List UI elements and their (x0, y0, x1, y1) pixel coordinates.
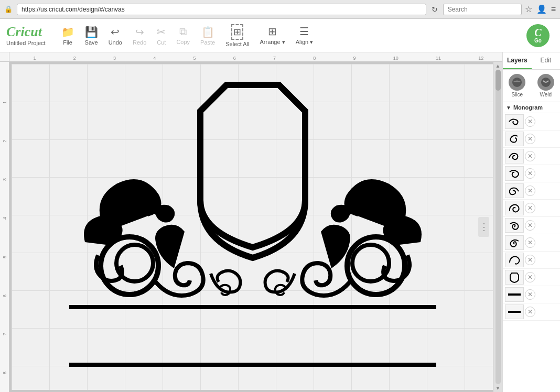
ruler-mark: 7 (273, 56, 276, 61)
refresh-icon[interactable]: ↻ (432, 5, 438, 14)
go-label: Go (534, 38, 542, 43)
copy-button[interactable]: ⧉ Copy (171, 24, 195, 47)
list-item[interactable]: ✕ (503, 303, 560, 321)
scrollbar-track[interactable] (496, 70, 501, 384)
ruler-left-mark: 4 (2, 216, 7, 220)
panel-handle[interactable]: ⋮ (478, 217, 489, 237)
ruler-left: 1 2 3 4 5 6 7 8 (0, 62, 9, 392)
ruler-left-mark: 6 (2, 294, 7, 297)
monogram-header[interactable]: ▼ Monogram (503, 102, 560, 113)
svg-rect-9 (508, 311, 521, 313)
redo-label: Redo (133, 39, 146, 46)
canvas-white-area[interactable]: ⋮ (12, 64, 493, 390)
panel-tools: Slice Weld (503, 70, 560, 102)
browser-bar: 🔒 ↻ ☆ 👤 ≡ (0, 0, 560, 19)
layer-close-button[interactable]: ✕ (525, 289, 535, 300)
select-all-button[interactable]: ⊞ Select All (220, 22, 254, 49)
layer-close-button[interactable]: ✕ (525, 237, 535, 248)
save-icon: 💾 (85, 26, 98, 38)
select-all-label: Select All (225, 41, 249, 47)
layer-thumbnail (505, 132, 524, 146)
design-svg[interactable] (38, 69, 468, 392)
paste-button[interactable]: 📋 Paste (195, 24, 220, 48)
layer-close-button[interactable]: ✕ (525, 307, 535, 317)
cricut-logo: Cricut Untitled Project (6, 25, 46, 46)
layer-close-button[interactable]: ✕ (525, 168, 535, 179)
cut-button[interactable]: ✂ Cut (152, 24, 171, 48)
tab-edit[interactable]: Edit (532, 52, 561, 69)
layer-close-button[interactable]: ✕ (525, 220, 535, 231)
file-button[interactable]: 📁 File (56, 24, 80, 48)
browser-icons: ☆ 👤 ≡ (525, 4, 556, 14)
align-button[interactable]: ☰ Align ▾ (290, 23, 319, 48)
monogram-arrow-icon: ▼ (506, 105, 511, 111)
cricut-logo-text: Cricut (6, 25, 42, 39)
go-button[interactable]: C Go (526, 24, 550, 47)
ruler-left-mark: 2 (2, 139, 7, 143)
ruler-left-mark: 5 (2, 255, 7, 258)
list-item[interactable]: ✕ (503, 217, 560, 234)
list-item[interactable]: ✕ (503, 252, 560, 269)
ruler-left-mark: 8 (2, 371, 7, 374)
slice-button[interactable]: Slice (503, 72, 532, 100)
arrange-button[interactable]: ⊞ Arrange ▾ (254, 23, 290, 48)
ruler-left-mark: 1 (2, 101, 7, 104)
list-item[interactable]: ✕ (503, 182, 560, 200)
align-label: Align ▾ (296, 39, 314, 46)
weld-button[interactable]: Weld (532, 72, 561, 100)
scroll-down-button[interactable]: ▼ (496, 385, 501, 391)
layer-close-button[interactable]: ✕ (525, 151, 535, 161)
tab-layers[interactable]: Layers (503, 52, 532, 69)
ruler-mark: 3 (113, 56, 116, 61)
file-icon: 📁 (61, 26, 74, 38)
list-item[interactable]: ✕ (503, 200, 560, 217)
layer-thumbnail (505, 218, 524, 233)
layer-close-button[interactable]: ✕ (525, 116, 535, 127)
list-item[interactable]: ✕ (503, 113, 560, 130)
scrollbar-right[interactable]: ▲ ▼ (493, 62, 502, 392)
layer-close-button[interactable]: ✕ (525, 186, 535, 196)
list-item[interactable]: ✕ (503, 148, 560, 165)
layer-thumbnail (505, 149, 524, 164)
redo-button[interactable]: ↪ Redo (127, 24, 152, 48)
layer-close-button[interactable]: ✕ (525, 255, 535, 265)
layer-thumbnail (505, 235, 524, 250)
layer-close-button[interactable]: ✕ (525, 203, 535, 213)
url-bar[interactable] (17, 4, 426, 15)
canvas-area[interactable]: 1 2 3 4 5 6 7 8 9 10 11 12 1 2 3 4 5 (0, 52, 502, 392)
list-item[interactable]: ✕ (503, 286, 560, 303)
ruler-mark: 9 (353, 56, 356, 61)
ruler-mark: 2 (73, 56, 76, 61)
menu-icon[interactable]: ≡ (551, 5, 556, 14)
list-item[interactable]: ✕ (503, 165, 560, 182)
layer-thumbnail (505, 304, 524, 319)
undo-button[interactable]: ↩ Undo (103, 24, 127, 48)
layer-close-button[interactable]: ✕ (525, 272, 535, 282)
scrollbar-thumb[interactable] (496, 70, 501, 91)
file-label: File (63, 39, 72, 46)
main-area: 1 2 3 4 5 6 7 8 9 10 11 12 1 2 3 4 5 (0, 52, 560, 392)
list-item[interactable]: ✕ (503, 234, 560, 252)
panel-tabs: Layers Edit (503, 52, 560, 70)
list-item[interactable]: ✕ (503, 130, 560, 148)
search-bar[interactable] (443, 4, 522, 15)
canvas-content[interactable]: ⋮ (9, 62, 502, 392)
layer-thumbnail (505, 253, 524, 267)
save-button[interactable]: 💾 Save (80, 24, 103, 48)
ruler-left-mark: 3 (2, 178, 7, 181)
list-item[interactable]: ✕ (503, 269, 560, 286)
paste-label: Paste (200, 39, 215, 46)
layer-close-button[interactable]: ✕ (525, 134, 535, 144)
slice-label: Slice (511, 92, 523, 97)
go-c-icon: C (534, 27, 541, 38)
scroll-up-button[interactable]: ▲ (496, 63, 501, 69)
ruler-mark: 4 (153, 56, 156, 61)
ruler-top: 1 2 3 4 5 6 7 8 9 10 11 12 (9, 52, 502, 62)
extensions-icon[interactable]: 👤 (536, 4, 547, 14)
ruler-mark: 12 (478, 56, 483, 61)
bookmark-icon[interactable]: ☆ (525, 4, 532, 14)
app-toolbar: Cricut Untitled Project 📁 File 💾 Save ↩ … (0, 19, 560, 52)
layer-thumbnail (505, 201, 524, 215)
arrange-label: Arrange ▾ (260, 39, 285, 46)
arrange-icon: ⊞ (268, 25, 277, 38)
